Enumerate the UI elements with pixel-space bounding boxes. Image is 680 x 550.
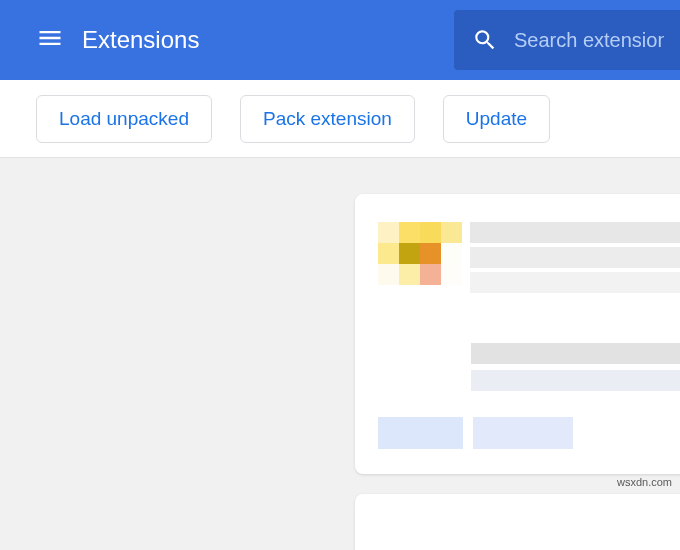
blurred-description [470,272,680,293]
top-bar: Extensions [0,0,680,80]
extension-card [355,494,680,550]
card-header [378,222,680,293]
blurred-line [471,343,680,364]
blurred-subtitle [470,247,680,268]
watermark: wsxdn.com [617,476,672,488]
extension-info [470,222,680,293]
search-box[interactable] [454,10,680,70]
load-unpacked-button[interactable]: Load unpacked [36,95,212,143]
blurred-title [470,222,680,243]
blurred-action [378,417,463,449]
blurred-action [473,417,573,449]
pack-extension-button[interactable]: Pack extension [240,95,415,143]
toolbar: Load unpacked Pack extension Update [0,80,680,158]
hamburger-icon [36,24,64,56]
content-area: wsxdn.com [0,158,680,550]
page-title: Extensions [82,26,454,54]
card-body [378,343,680,391]
extension-icon [378,222,462,293]
blurred-line [471,370,680,391]
search-input[interactable] [514,29,664,52]
menu-button[interactable] [36,24,64,56]
update-button[interactable]: Update [443,95,550,143]
extension-card [355,194,680,474]
search-icon [472,27,498,53]
card-actions [378,417,680,449]
